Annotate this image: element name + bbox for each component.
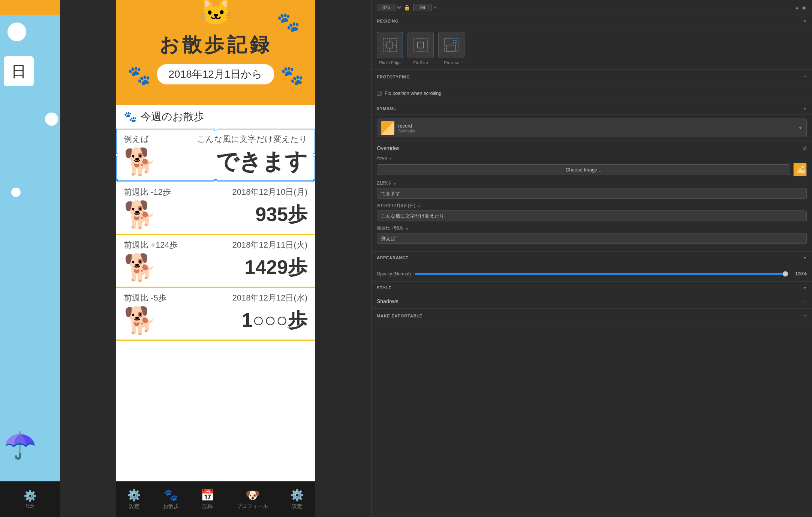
dog-emoji-3: 🐕 [124, 252, 156, 283]
override-input-date[interactable] [377, 210, 807, 221]
walk-entry-4-header: 前週比 -5歩 2018年12月12日(水) [116, 288, 315, 305]
fix-size-label: Fix Size [413, 60, 428, 65]
left-sidebar: 日 ☂️ ⚙️ 設定 [0, 0, 60, 517]
nav-record-icon: 📅 [201, 488, 214, 502]
shadows-add-icon[interactable]: + [803, 298, 807, 305]
walk-entry-1-header: 例えば こんな風に文字だけ変えたり [116, 129, 315, 146]
symbol-row[interactable]: record Symbols/ ▼ [377, 119, 807, 137]
dog-emoji-2: 🐕 [124, 199, 156, 230]
steps-big-3: 1429歩 [244, 254, 307, 281]
override-label-row-prev: 前週比 +56歩 ● [377, 225, 807, 231]
nav-walk[interactable]: 🐾 お散歩 [163, 488, 179, 510]
appearance-section-header[interactable]: APPEARANCE ▼ [372, 252, 812, 264]
walk-entry-3-header: 前週比 +124歩 2018年12月11日(火) [116, 235, 315, 252]
nav-record[interactable]: 📅 記録 [201, 488, 214, 510]
symbol-chevron-icon[interactable]: ▼ [798, 125, 803, 131]
resizing-section-header[interactable]: RESIZING ▼ [372, 15, 812, 27]
weekly-header: 🐾 今週のお散歩 [116, 105, 315, 129]
opacity-slider[interactable] [415, 270, 788, 278]
calendar-icon: 日 [4, 56, 34, 86]
date-1: こんな風に文字だけ変えたり [197, 134, 307, 145]
image-preview-box[interactable] [793, 163, 807, 176]
resizing-options: Pin to Edge Fix Size [377, 32, 807, 65]
phone-mockup: 🐱 🐾 🐾 🐾 お散歩記録 2018年12月1日から 🐾 今週のお散歩 例えば … [116, 0, 315, 517]
exportable-add-icon[interactable]: + [803, 313, 807, 319]
override-info-prev: ● [406, 226, 409, 231]
resizing-toggle[interactable]: ▼ [803, 19, 807, 23]
symbol-info: record Symbols/ [398, 123, 794, 133]
shadows-title: Shadows [377, 298, 399, 304]
override-label-date: 2018年12月9日(日) [377, 203, 415, 209]
override-row-date: 2018年12月9日(日) ● [377, 203, 807, 221]
fix-size-box[interactable] [407, 32, 434, 58]
nav-walk-label: お散歩 [163, 503, 179, 510]
symbol-toggle[interactable]: ▼ [803, 107, 807, 111]
override-info-wa: ● [389, 156, 392, 161]
width-input[interactable] [377, 4, 396, 11]
dog-emoji-4: 🐕 [124, 305, 156, 336]
override-input-steps[interactable] [377, 188, 807, 199]
nav-profile[interactable]: 🐶 プロフィール [237, 488, 268, 510]
walk-entry-1-main: 🐕 できます [116, 146, 315, 181]
preview-svg [443, 37, 460, 53]
svg-point-14 [455, 42, 457, 44]
left-sidebar-top [0, 0, 60, 15]
prototyping-add-icon[interactable]: + [803, 74, 807, 80]
prototyping-section-header[interactable]: PROTOTYPING + [372, 70, 812, 84]
override-label-prev: 前週比 +56歩 [377, 225, 404, 231]
override-label-steps: 2165歩 [377, 180, 391, 186]
center-canvas: 🐱 🐾 🐾 🐾 お散歩記録 2018年12月1日から 🐾 今週のお散歩 例えば … [60, 0, 371, 517]
height-field: H [413, 4, 436, 11]
date-4: 2018年12月12日(水) [232, 292, 307, 304]
style-title: STYLE [377, 286, 391, 290]
override-row-wa: わwa ● Choose Image... [377, 155, 807, 176]
settings-icon-left: ⚙️ [24, 490, 37, 502]
symbol-path: Symbols/ [398, 129, 794, 133]
walk-entry-2-main: 🐕 935歩 [116, 199, 315, 234]
override-info-date: ● [418, 204, 420, 208]
walk-entry-4[interactable]: 前週比 -5歩 2018年12月12日(水) 🐕 1○○○歩 [116, 288, 315, 341]
nav-settings-icon: ⚙️ [127, 488, 141, 502]
overrides-title: Overrides [377, 145, 400, 151]
override-row-prev: 前週比 +56歩 ● [377, 225, 807, 244]
preview-box[interactable] [438, 32, 464, 58]
nav-profile-icon: 🐶 [246, 488, 259, 502]
override-input-prev[interactable] [377, 233, 807, 244]
override-label-row-steps: 2165歩 ● [377, 180, 807, 186]
style-toggle[interactable]: ▼ [803, 286, 807, 290]
lock-icon[interactable]: 🔒 [404, 5, 410, 11]
header-title: お散歩記録 [159, 32, 272, 58]
nav-settings2[interactable]: ⚙️ 設定 [290, 488, 304, 510]
symbol-name: record [398, 123, 794, 129]
pin-to-edge-box[interactable] [377, 32, 403, 58]
weekly-title: 今週のお散歩 [141, 110, 204, 124]
appearance-toggle[interactable]: ▼ [803, 256, 807, 260]
nav-settings[interactable]: ⚙️ 設定 [127, 488, 141, 510]
fix-size-option[interactable]: Fix Size [407, 32, 434, 65]
appearance-content: Opacity (Normal) 100% [372, 264, 812, 282]
pin-to-edge-option[interactable]: Pin to Edge [377, 32, 403, 65]
style-section-header[interactable]: STYLE ▼ [372, 282, 812, 294]
prev-label-2: 前週比 -12歩 [124, 186, 171, 198]
paw-icon-weekly: 🐾 [124, 111, 137, 123]
reset-icon[interactable]: ↺ [802, 145, 807, 151]
walk-entry-1[interactable]: 例えば こんな風に文字だけ変えたり 🐕 できます [116, 129, 315, 182]
fix-position-checkbox[interactable] [377, 91, 382, 96]
walk-entry-2[interactable]: 前週比 -12歩 2018年12月10日(月) 🐕 935歩 [116, 182, 315, 235]
preview-option[interactable]: Preview [438, 32, 464, 65]
choose-image-btn[interactable]: Choose Image... [377, 164, 790, 175]
exportable-section-header[interactable]: MAKE EXPORTABLE + [372, 309, 812, 323]
nav-settings2-label: 設定 [292, 503, 302, 510]
walk-entry-3[interactable]: 前週比 +124歩 2018年12月11日(火) 🐕 1429歩 [116, 235, 315, 288]
header-date: 2018年12月1日から [157, 64, 274, 84]
exportable-title: MAKE EXPORTABLE [377, 314, 422, 318]
svg-rect-1 [387, 42, 393, 48]
pin-to-edge-svg [382, 37, 398, 53]
umbrella-icon: ☂️ [4, 430, 36, 461]
svg-rect-15 [447, 45, 456, 51]
image-preview-svg [794, 164, 806, 175]
opacity-thumb[interactable] [783, 271, 788, 277]
svg-point-11 [453, 40, 454, 41]
height-input[interactable] [413, 4, 432, 11]
symbol-section-header[interactable]: SYMBOL ▼ [372, 102, 812, 115]
